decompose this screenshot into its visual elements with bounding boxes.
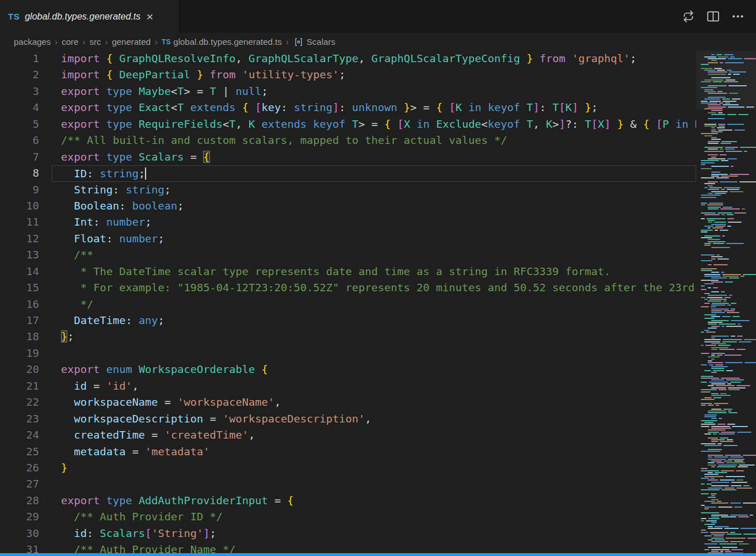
code-line[interactable] bbox=[52, 476, 696, 492]
minimap-token bbox=[701, 280, 719, 281]
minimap-line bbox=[701, 449, 754, 450]
minimap-line bbox=[701, 441, 754, 442]
code-line[interactable]: export enum WorkspaceOrderable { bbox=[52, 361, 696, 378]
minimap-token bbox=[725, 281, 733, 283]
code-line[interactable]: DateTime: any; bbox=[52, 313, 696, 329]
code-token: } bbox=[61, 330, 67, 342]
minimap-token bbox=[708, 97, 726, 98]
code-line[interactable]: ID: string; bbox=[52, 165, 696, 181]
minimap-token bbox=[726, 326, 742, 327]
minimap-line bbox=[701, 310, 754, 311]
code-line[interactable]: export type RequireFields<T, K extends k… bbox=[52, 116, 696, 132]
minimap-token bbox=[715, 364, 723, 365]
code-area[interactable]: import { GraphQLResolveInfo, GraphQLScal… bbox=[52, 51, 696, 556]
code-token: 'String' bbox=[151, 527, 203, 539]
minimap-token bbox=[722, 98, 730, 100]
code-token: > = bbox=[358, 118, 384, 130]
split-editor-icon[interactable] bbox=[704, 7, 722, 25]
minimap-token bbox=[723, 300, 727, 302]
code-line[interactable]: id = 'id', bbox=[52, 378, 696, 394]
code-line[interactable]: import { GraphQLResolveInfo, GraphQLScal… bbox=[52, 51, 696, 67]
code-token: T bbox=[177, 85, 184, 97]
code-token: key bbox=[261, 101, 281, 113]
minimap-token bbox=[738, 114, 748, 115]
minimap-token bbox=[727, 114, 736, 115]
code-line[interactable]: } bbox=[52, 460, 696, 476]
line-number: 2 bbox=[0, 67, 52, 83]
code-token: any bbox=[139, 314, 158, 326]
code-line[interactable]: import { DeepPartial } from 'utility-typ… bbox=[52, 67, 696, 83]
minimap-token bbox=[721, 141, 738, 142]
minimap-token bbox=[725, 551, 731, 552]
code-line[interactable]: workspaceDescription = 'workspaceDescrip… bbox=[52, 411, 696, 427]
minimap-line bbox=[701, 347, 754, 348]
more-actions-icon[interactable] bbox=[729, 7, 747, 25]
minimap-token bbox=[715, 230, 717, 231]
minimap-line bbox=[701, 414, 754, 416]
code-line[interactable]: Float: number; bbox=[52, 231, 696, 247]
minimap-token bbox=[701, 289, 707, 290]
minimap-line bbox=[701, 511, 754, 512]
breadcrumb-item-filename[interactable]: global.db.types.generated.ts bbox=[172, 37, 282, 47]
code-line[interactable]: export type Exact<T extends { [key: stri… bbox=[52, 100, 696, 116]
code-line[interactable]: createdTime = 'createdTime', bbox=[52, 427, 696, 443]
breadcrumb-item-packages[interactable]: packages bbox=[13, 37, 52, 47]
code-line[interactable]: workspaceName = 'workspaceName', bbox=[52, 394, 696, 410]
minimap-token bbox=[711, 347, 728, 348]
code-line[interactable]: /** bbox=[52, 247, 696, 263]
minimap-token bbox=[708, 362, 723, 363]
minimap-token bbox=[727, 534, 741, 535]
code-line[interactable]: */ bbox=[52, 296, 696, 313]
code-line[interactable]: export type Maybe<T> = T | null; bbox=[52, 83, 696, 100]
code-line[interactable]: * The DateTime scalar type represents da… bbox=[52, 264, 696, 280]
code-line[interactable]: Int: number; bbox=[52, 214, 696, 230]
minimap-token bbox=[721, 272, 724, 273]
tab-close-icon[interactable]: × bbox=[146, 10, 153, 22]
code-line[interactable]: /** All built-in and custom scalars, map… bbox=[52, 132, 696, 148]
code-line[interactable]: export type Scalars = { bbox=[52, 149, 696, 165]
code-line[interactable]: /** Auth Provider ID */ bbox=[52, 509, 696, 525]
minimap-token bbox=[734, 507, 742, 508]
editor-tab[interactable]: TS global.db.types.generated.ts × bbox=[0, 0, 180, 33]
minimap-token bbox=[720, 479, 734, 481]
code-line[interactable]: export type AddAuthProviderInput = { bbox=[52, 493, 696, 509]
minimap-token bbox=[716, 385, 735, 386]
minimap-line bbox=[701, 429, 754, 431]
minimap-token bbox=[704, 445, 721, 446]
code-token: GraphQLScalarType bbox=[249, 52, 358, 64]
minimap-token bbox=[711, 320, 729, 321]
line-number: 22 bbox=[0, 394, 52, 410]
open-changes-icon[interactable] bbox=[679, 7, 697, 25]
code-token: , bbox=[132, 380, 139, 392]
code-line[interactable]: String: string; bbox=[52, 182, 696, 198]
code-line[interactable]: metadata = 'metadata' bbox=[52, 444, 696, 460]
minimap-token bbox=[708, 472, 713, 473]
code-line[interactable]: * For example: "1985-04-12T23:20:50.52Z"… bbox=[52, 280, 696, 296]
code-line[interactable] bbox=[52, 345, 696, 361]
breadcrumb-item-symbol[interactable]: Scalars bbox=[306, 37, 337, 47]
minimap-line bbox=[701, 153, 754, 154]
line-number: 30 bbox=[0, 525, 52, 542]
minimap-token bbox=[713, 81, 722, 82]
minimap-token bbox=[711, 174, 728, 175]
code-token bbox=[190, 68, 197, 81]
breadcrumb-item-core[interactable]: core bbox=[60, 37, 79, 47]
code-line[interactable]: }; bbox=[52, 329, 696, 345]
minimap-token bbox=[739, 464, 755, 466]
minimap-line bbox=[701, 534, 754, 535]
minimap-token bbox=[711, 409, 721, 410]
minimap-token bbox=[704, 543, 717, 544]
code-token bbox=[61, 527, 74, 539]
minimap-line bbox=[701, 432, 754, 433]
minimap-token bbox=[711, 247, 730, 248]
minimap-token bbox=[711, 387, 726, 389]
code-line[interactable]: Boolean: boolean; bbox=[52, 198, 696, 214]
minimap-line bbox=[701, 545, 754, 546]
code-line[interactable]: id: Scalars['String']; bbox=[52, 525, 696, 542]
minimap[interactable] bbox=[696, 51, 756, 556]
breadcrumb-item-generated[interactable]: generated bbox=[110, 37, 152, 47]
line-number: 6 bbox=[0, 132, 52, 148]
minimap-token bbox=[716, 462, 724, 463]
minimap-token bbox=[708, 241, 726, 242]
breadcrumb-item-src[interactable]: src bbox=[88, 37, 102, 47]
